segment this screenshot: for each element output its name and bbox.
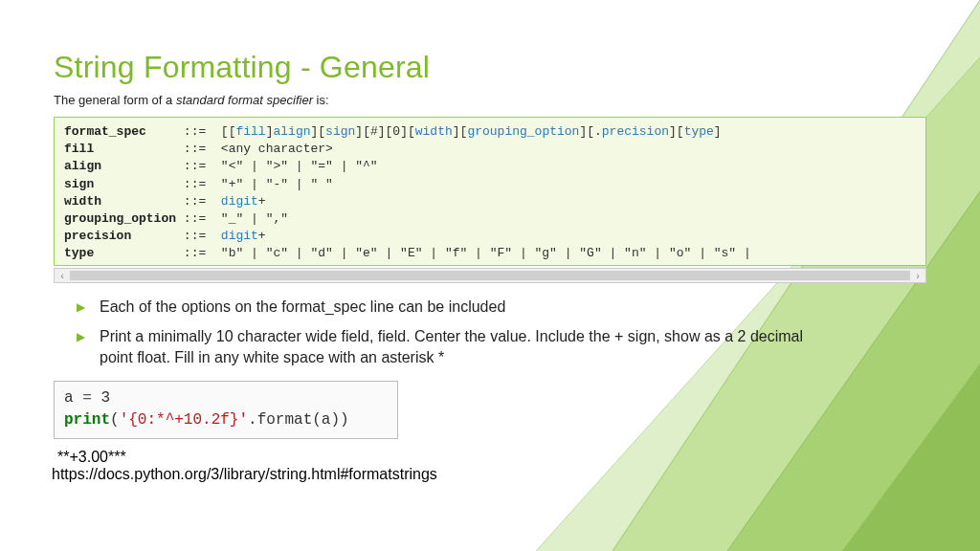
subtitle-post: is: xyxy=(313,93,329,107)
slide-content: String Formatting - General The general … xyxy=(0,0,980,483)
horizontal-scrollbar[interactable]: ‹ › xyxy=(54,268,926,283)
scroll-thumb[interactable] xyxy=(70,271,910,280)
code-line: a = 3 xyxy=(64,387,388,409)
scroll-right-arrow[interactable]: › xyxy=(910,269,925,282)
grammar-line-fill: fill ::= <any character> xyxy=(64,141,916,158)
grammar-box: format_spec ::= [[fill]align][sign][#][0… xyxy=(54,117,926,266)
slide-title: String Formatting - General xyxy=(54,50,926,85)
slide-subtitle: The general form of a standard format sp… xyxy=(54,93,926,107)
code-line: print('{0:*^+10.2f}'.format(a)) xyxy=(64,409,388,431)
grammar-line-width: width ::= digit+ xyxy=(64,193,916,210)
grammar-line-precision: precision ::= digit+ xyxy=(64,228,916,245)
subtitle-em: standard format specifier xyxy=(176,93,313,107)
bullet-item: Each of the options on the format_spec l… xyxy=(77,297,823,318)
grammar-line-type: type ::= "b" | "c" | "d" | "e" | "E" | "… xyxy=(64,245,916,262)
grammar-line-align: align ::= "<" | ">" | "=" | "^" xyxy=(64,158,916,175)
grammar-line-sign: sign ::= "+" | "-" | " " xyxy=(64,176,916,193)
scroll-left-arrow[interactable]: ‹ xyxy=(55,269,70,282)
subtitle-pre: The general form of a xyxy=(54,93,176,107)
grammar-line-format_spec: format_spec ::= [[fill]align][sign][#][0… xyxy=(64,123,916,141)
grammar-line-grouping_option: grouping_option ::= "_" | "," xyxy=(64,210,916,228)
bullet-item: Print a minimally 10 character wide fiel… xyxy=(77,326,823,367)
code-output: **+3.00*** xyxy=(57,449,926,466)
bullet-list: Each of the options on the format_spec l… xyxy=(77,297,926,368)
code-example: a = 3 print('{0:*^+10.2f}'.format(a)) xyxy=(54,381,398,438)
reference-url: https://docs.python.org/3/library/string… xyxy=(52,466,926,483)
